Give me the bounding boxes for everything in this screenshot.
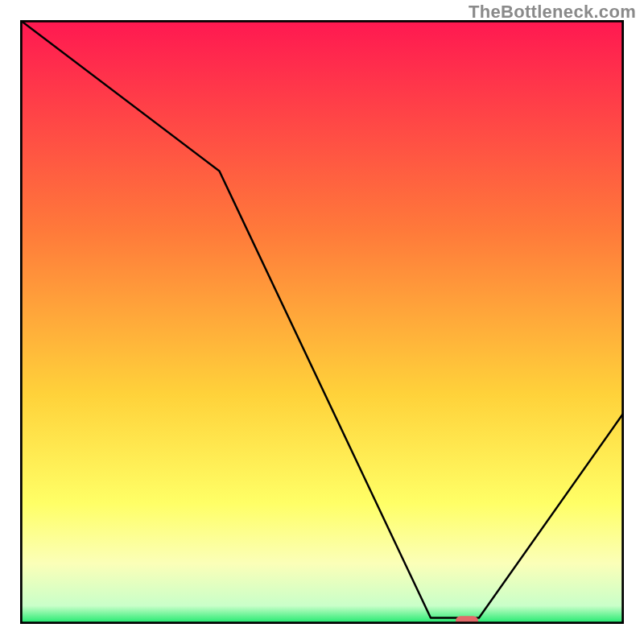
chart-container: TheBottleneck.com bbox=[0, 0, 644, 644]
plot-background bbox=[20, 20, 624, 624]
watermark-text: TheBottleneck.com bbox=[469, 2, 636, 23]
plot-area bbox=[20, 20, 624, 624]
chart-svg bbox=[20, 20, 624, 624]
